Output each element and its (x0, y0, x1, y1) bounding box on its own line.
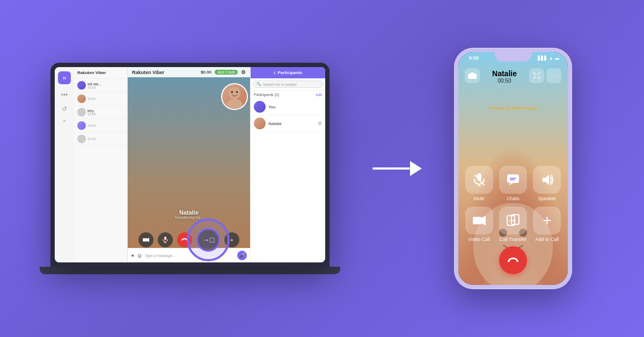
arrow-section (372, 161, 422, 176)
call-controls: →□ + (138, 228, 239, 252)
chats-ctrl-label: Chats (507, 196, 519, 201)
phone-top-right-icons: ··· (529, 68, 561, 83)
viber-logo-text: Rakuten Viber (132, 70, 164, 75)
chat-info-3: tery 13:38 (87, 109, 124, 116)
credit-amount: $0.00 (201, 70, 211, 75)
search-icon: 🔍 (257, 82, 261, 86)
video-toggle-button[interactable] (138, 232, 153, 247)
plus-icon: + (230, 237, 233, 243)
phone-time: 9:30 (469, 55, 479, 61)
participant-name-you: You (268, 105, 276, 109)
call-transfer-ctrl-label: Call Transfer (499, 237, 526, 242)
sticker-icon[interactable]: ☺ (136, 252, 142, 259)
participants-label: Participants (2) add (251, 91, 325, 99)
content-wrapper: H ••• ↺ ⌃ Rakuten Viber (0, 0, 644, 337)
network-quality: Network Quality: Average (458, 106, 568, 111)
camera-icon-button[interactable] (465, 68, 480, 83)
chat-avatar-4 (77, 121, 86, 130)
phone-end-call-button[interactable] (499, 246, 527, 274)
laptop-base (40, 267, 340, 274)
phone-notch (494, 52, 532, 62)
laptop-section: H ••• ↺ ⌃ Rakuten Viber (50, 63, 340, 274)
arrow-head (410, 161, 422, 176)
chat-info-5: 12:24 (87, 137, 124, 141)
mute-ctrl-label: Mute (474, 196, 485, 201)
chat-avatar-5 (77, 135, 86, 143)
chat-info-2: 13:51 (87, 97, 124, 100)
phone-top-icons: Natalie 00:50 · (465, 67, 561, 84)
chat-list-item[interactable]: wd wa... 13:53 (74, 79, 127, 92)
participants-panel: ‹ Participants 🔍 Search for a contact Pa… (250, 67, 325, 262)
phone-section: 9:30 ▋▋▋ ▲ ▬ (454, 48, 572, 289)
emoji-icon[interactable]: + (131, 252, 134, 259)
participant-options-icon[interactable]: ⚙ (318, 121, 322, 126)
chat-panel-header: Rakuten Viber (74, 67, 127, 79)
participants-count: Participants (2) (254, 93, 279, 97)
svg-line-16 (533, 72, 536, 75)
add-to-call-ctrl-button[interactable]: + (533, 207, 561, 235)
add-participant-link[interactable]: add (316, 93, 322, 97)
svg-line-17 (538, 77, 540, 79)
add-to-call-ctrl-label: Add to Call (535, 237, 559, 242)
plus-icon-large: + (543, 212, 551, 229)
dots-icon: ··· (550, 72, 557, 79)
phone-ctrl-video: Video Call (465, 207, 493, 242)
participant-item-natalie: Natalie ⚙ (251, 115, 325, 132)
svg-line-18 (533, 77, 536, 79)
sidebar-icon-arrow[interactable]: ⌃ (59, 118, 70, 128)
phone-caller-name: Natalie (492, 69, 517, 78)
more-options-icon-button[interactable]: ··· (546, 68, 561, 83)
top-bar-right: $0.00 Add Credit ⚙ (201, 69, 246, 75)
call-info-center: Natalie 00:50 (492, 67, 517, 84)
svg-point-1 (226, 99, 242, 109)
svg-line-19 (538, 72, 540, 75)
sidebar-icon-dots[interactable]: ••• (59, 90, 70, 100)
chat-list-item-3[interactable]: tery 13:38 (74, 106, 127, 119)
chat-avatar-3 (77, 108, 86, 116)
chat-list-item-4[interactable]: 13:04 (74, 119, 127, 133)
minimize-icon-button[interactable] (529, 68, 544, 83)
mute-ctrl-button[interactable] (465, 166, 493, 194)
controls-grid: Mute Chats (465, 166, 561, 242)
svg-marker-25 (509, 183, 513, 186)
participants-header: ‹ Participants (251, 67, 325, 78)
sidebar-icon-refresh[interactable]: ↺ (59, 104, 70, 114)
settings-icon[interactable]: ⚙ (241, 69, 246, 75)
chat-list-item-2[interactable]: 13:51 (74, 92, 127, 106)
caller-name-label: Natalie Transferring Ca... (174, 209, 203, 219)
chat-info-4: 13:04 (87, 124, 124, 127)
caller-name-text: Natalie (174, 209, 203, 216)
phone-ctrl-add: + Add to Call (533, 207, 561, 242)
back-arrow-icon[interactable]: ‹ (274, 70, 275, 76)
participant-avatar-natalie (254, 118, 266, 129)
laptop-screen: H ••• ↺ ⌃ Rakuten Viber (55, 67, 325, 262)
mute-button[interactable] (158, 232, 173, 247)
speaker-ctrl-label: Speaker (538, 196, 557, 201)
network-status: Average (521, 106, 537, 111)
mic-button[interactable]: 🎤 (237, 251, 247, 260)
network-label: Network Quality: (489, 106, 521, 111)
battery-icon: ▬ (555, 56, 559, 61)
phone-call-duration: 00:50 (497, 78, 511, 84)
add-credit-button[interactable]: Add Credit (215, 70, 238, 75)
svg-rect-4 (143, 238, 147, 241)
phone-status-icons: ▋▋▋ ▲ ▬ (538, 56, 559, 61)
call-transfer-ctrl-button[interactable] (499, 207, 527, 235)
signal-icon: ▋▋▋ (538, 56, 547, 61)
top-bar: Rakuten Viber $0.00 Add Credit ⚙ (128, 67, 250, 77)
viber-logo: H (58, 71, 71, 84)
transfer-button-wrapper: →□ (196, 228, 220, 252)
chats-ctrl-button[interactable] (499, 166, 527, 194)
sidebar-left: H ••• ↺ ⌃ (55, 67, 74, 262)
viber-app: H ••• ↺ ⌃ Rakuten Viber (55, 67, 325, 262)
speaker-ctrl-button[interactable] (533, 166, 561, 194)
main-area: Rakuten Viber $0.00 Add Credit ⚙ (128, 67, 250, 262)
chat-list-item-5[interactable]: 12:24 (74, 133, 127, 146)
svg-point-3 (236, 91, 238, 93)
search-input[interactable]: 🔍 Search for a contact (253, 80, 323, 88)
phone-ctrl-speaker: Speaker (533, 166, 561, 201)
participant-item-you: You (251, 99, 325, 115)
video-call-ctrl-label: Video Call (468, 237, 490, 242)
arrow-line (372, 167, 410, 170)
video-call-ctrl-button[interactable] (465, 207, 493, 235)
